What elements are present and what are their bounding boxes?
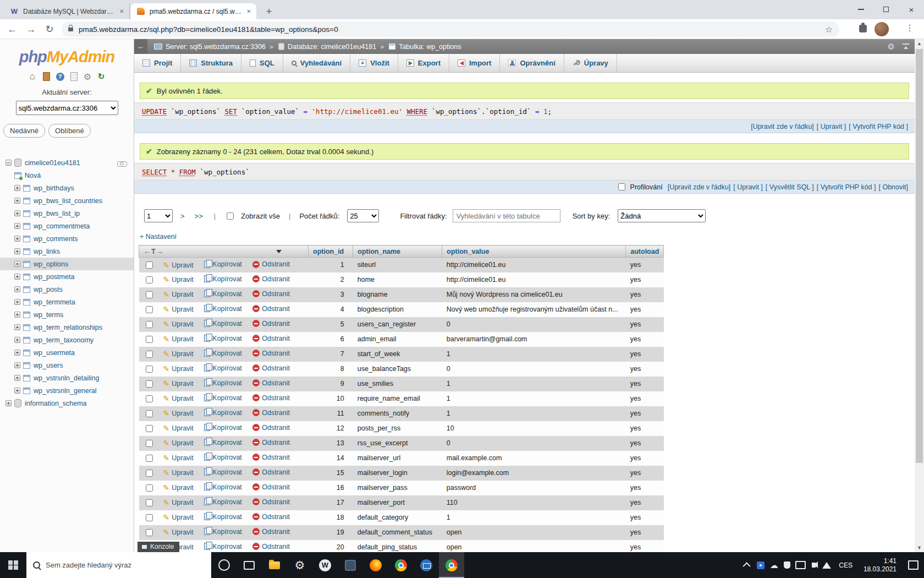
tree-table-item[interactable]: + wp_links xyxy=(0,245,134,258)
tree-database-label[interactable]: cimelice01eu4181 xyxy=(25,159,80,167)
copy-row-link[interactable]: Kopírovat xyxy=(204,320,242,328)
favorite-tables-button[interactable]: Oblíbené xyxy=(48,124,91,138)
copy-row-link[interactable]: Kopírovat xyxy=(204,290,242,298)
delete-row-link[interactable]: Odstranit xyxy=(252,379,290,387)
server-select[interactable]: sql5.webzdarma.cz:3306 xyxy=(16,101,118,115)
profiling-checkbox[interactable] xyxy=(618,183,625,190)
collapse-icon[interactable]: − xyxy=(6,160,12,166)
query-tool-link[interactable]: [ Upravit ] xyxy=(817,123,846,130)
taskbar-search[interactable]: Sem zadejte hledaný výraz xyxy=(26,552,211,578)
expand-icon[interactable]: + xyxy=(14,261,20,267)
tab-close-icon[interactable]: × xyxy=(119,7,124,15)
expand-icon[interactable]: + xyxy=(14,337,20,343)
row-checkbox[interactable] xyxy=(146,499,153,506)
delete-row-link[interactable]: Odstranit xyxy=(252,439,290,446)
tray-network-icon[interactable] xyxy=(820,552,833,578)
taskbar-clock[interactable]: 1:41 18.03.2021 xyxy=(858,557,902,574)
edit-row-link[interactable]: Upravit xyxy=(163,454,194,462)
row-checkbox[interactable] xyxy=(146,470,153,477)
tree-table-item[interactable]: + wp_posts xyxy=(0,283,134,296)
tree-table-label[interactable]: wp_terms xyxy=(34,311,63,319)
recent-tables-button[interactable]: Nedávné xyxy=(3,124,45,138)
edit-row-link[interactable]: Upravit xyxy=(163,394,194,403)
expand-icon[interactable]: + xyxy=(14,210,20,216)
row-checkbox[interactable] xyxy=(146,380,153,388)
home-icon[interactable] xyxy=(28,72,37,81)
column-header-option-id[interactable]: option_id xyxy=(313,248,344,255)
tree-table-item[interactable]: + wp_comments xyxy=(0,232,134,245)
tree-information-schema-item[interactable]: + information_schema xyxy=(0,397,134,410)
window-close-button[interactable]: × xyxy=(899,0,924,19)
pma-tab[interactable]: Vložit xyxy=(350,54,398,72)
edit-row-link[interactable]: Upravit xyxy=(163,335,194,343)
row-checkbox[interactable] xyxy=(146,276,153,283)
copy-row-link[interactable]: Kopírovat xyxy=(204,468,242,476)
delete-row-link[interactable]: Odstranit xyxy=(252,335,290,342)
browser-menu-icon[interactable]: ⋮ xyxy=(905,23,914,33)
delete-row-link[interactable]: Odstranit xyxy=(252,454,290,461)
edit-row-link[interactable]: Upravit xyxy=(163,424,194,433)
expand-icon[interactable]: + xyxy=(14,362,20,368)
scroll-up-icon[interactable]: ▲ xyxy=(915,39,924,48)
expand-icon[interactable]: + xyxy=(14,299,20,305)
delete-row-link[interactable]: Odstranit xyxy=(252,275,290,283)
tree-table-label[interactable]: wp_birthdays xyxy=(34,184,74,192)
delete-row-link[interactable]: Odstranit xyxy=(252,513,290,521)
tree-table-item[interactable]: + wp_terms xyxy=(0,308,134,321)
row-checkbox[interactable] xyxy=(146,306,153,313)
row-checkbox[interactable] xyxy=(146,351,153,358)
last-page-link[interactable]: >> xyxy=(195,212,203,220)
language-indicator[interactable]: CES xyxy=(833,561,858,569)
expand-icon[interactable]: + xyxy=(14,236,20,242)
breadcrumb-server[interactable]: Server: sql5.webzdarma.cz:3306 xyxy=(166,43,266,51)
copy-row-link[interactable]: Kopírovat xyxy=(204,260,242,268)
expand-icon[interactable]: + xyxy=(14,375,20,381)
scroll-down-icon[interactable]: ▼ xyxy=(915,543,924,552)
bookmark-star-icon[interactable]: ☆ xyxy=(825,24,833,35)
expand-icon[interactable]: + xyxy=(14,198,20,204)
tree-table-label[interactable]: wp_bws_list_countries xyxy=(34,197,102,205)
copy-row-link[interactable]: Kopírovat xyxy=(204,379,242,387)
page-select[interactable]: 1 xyxy=(144,209,173,222)
browser-tab-phpmyadmin[interactable]: pma5.webzdarma.cz / sql5.webzc × xyxy=(131,3,256,19)
tree-table-label[interactable]: wp_bws_list_ip xyxy=(34,210,80,217)
delete-row-link[interactable]: Odstranit xyxy=(252,394,290,402)
pma-tab[interactable]: Struktura xyxy=(181,54,241,72)
tree-table-label[interactable]: wp_links xyxy=(34,248,60,255)
edit-row-link[interactable]: Upravit xyxy=(163,320,194,329)
tray-display-icon[interactable] xyxy=(794,552,807,578)
code-app-icon[interactable] xyxy=(338,552,363,578)
query-tool-link[interactable]: [ Obnovit] xyxy=(879,183,909,191)
tree-table-item[interactable]: + wp_termmeta xyxy=(0,296,134,308)
copy-row-link[interactable]: Kopírovat xyxy=(204,513,242,521)
tree-table-label[interactable]: wp_term_taxonomy xyxy=(34,336,94,344)
tree-table-item[interactable]: + wp_term_relationships xyxy=(0,321,134,334)
tree-table-item[interactable]: + wp_vstrsnln_general xyxy=(0,384,134,397)
gear-icon[interactable] xyxy=(82,72,92,81)
copy-row-link[interactable]: Kopírovat xyxy=(204,424,242,432)
edit-row-link[interactable]: Upravit xyxy=(163,498,194,507)
column-header-autoload[interactable]: autoload xyxy=(630,248,659,255)
notification-center-button[interactable] xyxy=(902,560,924,570)
copy-row-link[interactable]: Kopírovat xyxy=(204,439,242,446)
reload-icon[interactable]: ↻ xyxy=(42,21,57,37)
tree-new-table-label[interactable]: Nová xyxy=(25,172,41,179)
vertical-scrollbar[interactable]: ▲ ▼ xyxy=(915,39,924,552)
delete-row-link[interactable]: Odstranit xyxy=(252,305,290,313)
tree-schema-label[interactable]: information_schema xyxy=(25,400,87,407)
query-tool-link[interactable]: [Upravit zde v řádku] xyxy=(751,123,814,130)
tree-table-label[interactable]: wp_commentmeta xyxy=(34,222,90,230)
copy-row-link[interactable]: Kopírovat xyxy=(204,483,242,491)
delete-row-link[interactable]: Odstranit xyxy=(252,260,290,268)
wordpress-icon[interactable] xyxy=(312,552,338,578)
delete-row-link[interactable]: Odstranit xyxy=(252,290,290,298)
copy-row-link[interactable]: Kopírovat xyxy=(204,498,242,506)
copy-row-link[interactable]: Kopírovat xyxy=(204,335,242,342)
row-checkbox[interactable] xyxy=(146,261,153,269)
expand-icon[interactable]: + xyxy=(14,286,20,292)
expand-icon[interactable]: + xyxy=(14,274,20,280)
delete-row-link[interactable]: Odstranit xyxy=(252,424,290,432)
url-text[interactable]: pma5.webzdarma.cz/sql.php?db=cimelice01e… xyxy=(79,25,825,34)
edit-row-link[interactable]: Upravit xyxy=(163,275,194,284)
row-checkbox[interactable] xyxy=(146,336,153,343)
